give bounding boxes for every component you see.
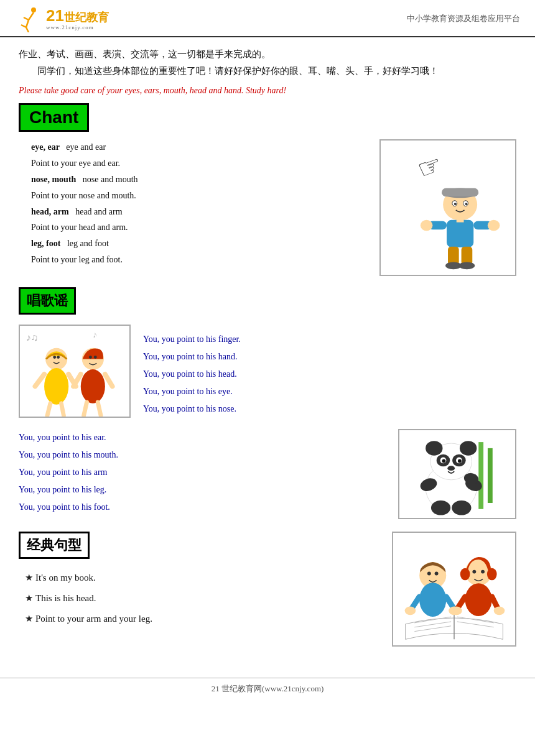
svg-point-0 xyxy=(31,7,36,12)
svg-point-36 xyxy=(89,356,92,359)
logo-main-text: 21世纪教育 xyxy=(46,7,109,25)
svg-line-39 xyxy=(61,403,63,416)
chant-label: Chant xyxy=(19,103,89,132)
chant-boy-image: ☞ xyxy=(379,139,516,276)
chant-line-2: Point to your eye and ear. xyxy=(31,155,367,172)
classic-line-2: ★ This is his head. xyxy=(25,588,379,609)
classic-line-3: ★ Point to your arm and your leg. xyxy=(25,609,379,629)
singing2-line-3: You, you point to his arm xyxy=(19,464,386,481)
intro-line1: 作业、考试、画画、表演、交流等，这一切都是手来完成的。 xyxy=(19,49,271,59)
svg-point-46 xyxy=(426,441,442,455)
panda-illustration xyxy=(399,429,515,519)
chant-line-4: Point to your nose and mouth. xyxy=(31,188,367,204)
classic-line-1: ★ It's on my book. xyxy=(25,568,379,588)
singing-section-1: ♪♫ ♪ xyxy=(19,325,516,418)
svg-text:♪♫: ♪♫ xyxy=(26,332,39,343)
svg-point-79 xyxy=(451,606,462,615)
singing2-line-4: You, you point to his leg. xyxy=(19,481,386,499)
svg-rect-42 xyxy=(478,442,483,509)
svg-point-71 xyxy=(427,572,431,576)
svg-rect-14 xyxy=(447,220,473,247)
svg-point-76 xyxy=(465,583,492,616)
svg-point-66 xyxy=(419,583,446,617)
logo-icon xyxy=(15,5,42,32)
chant-line-8: Point to your leg and foot. xyxy=(31,252,367,268)
svg-point-17 xyxy=(421,220,433,231)
singing-line-3: You, you point to his head. xyxy=(143,366,516,383)
singing-section-2: You, you point to his ear. You, you poin… xyxy=(19,429,516,519)
svg-line-1 xyxy=(29,12,34,20)
singing-kids-image: ♪♫ ♪ xyxy=(19,325,131,418)
svg-line-28 xyxy=(35,374,44,387)
svg-point-80 xyxy=(494,606,505,615)
chant-line-3: nose, mouth nose and mouth xyxy=(31,172,367,188)
classic-label-box: 经典句型 xyxy=(19,532,379,568)
svg-rect-43 xyxy=(488,448,493,503)
svg-point-22 xyxy=(459,262,475,269)
page-header: 21世纪教育 www.21cnjy.com 中小学教育资源及组卷应用平台 xyxy=(0,0,535,37)
svg-point-12 xyxy=(454,203,457,205)
logo-url: www.21cnjy.com xyxy=(46,24,94,30)
svg-rect-23 xyxy=(457,218,464,223)
main-content: 作业、考试、画画、表演、交流等，这一切都是手来完成的。 同学们，知道这些身体部位… xyxy=(0,37,535,671)
svg-line-3 xyxy=(26,20,29,27)
star-icon-3: ★ xyxy=(25,609,33,629)
svg-line-5 xyxy=(26,27,29,32)
singing2-line-2: You, you point to his mouth. xyxy=(19,446,386,464)
classic-left: 经典句型 ★ It's on my book. ★ This is his he… xyxy=(19,532,379,629)
classic-text-3: Point to your arm and your leg. xyxy=(35,609,152,629)
chant-line-1: eye, ear eye and ear xyxy=(31,139,367,155)
svg-point-72 xyxy=(435,572,439,576)
chant-label-box: Chant xyxy=(19,103,516,139)
logo-area: 21世纪教育 www.21cnjy.com xyxy=(15,5,109,32)
svg-line-40 xyxy=(84,402,87,416)
classic-section: 经典句型 ★ It's on my book. ★ This is his he… xyxy=(19,532,516,647)
chant-section: eye, ear eye and ear Point to your eye a… xyxy=(19,139,516,276)
chant-line-6: Point to your head and arm. xyxy=(31,219,367,236)
chant-lyrics: eye, ear eye and ear Point to your eye a… xyxy=(19,139,367,276)
singing-lines-2: You, you point to his ear. You, you poin… xyxy=(19,429,386,516)
singing2-line-5: You, you point to his foot. xyxy=(19,499,386,516)
singing-line-4: You, you point to his eye. xyxy=(143,383,516,400)
svg-point-59 xyxy=(452,500,471,515)
svg-point-31 xyxy=(57,356,60,359)
reading-illustration xyxy=(393,532,515,647)
singing-line-1: You, you point to his finger. xyxy=(143,331,516,348)
svg-text:♪: ♪ xyxy=(93,330,97,339)
classic-lines: ★ It's on my book. ★ This is his head. ★… xyxy=(19,568,379,629)
svg-point-58 xyxy=(431,500,450,515)
svg-point-54 xyxy=(447,466,455,471)
svg-line-35 xyxy=(105,374,113,387)
svg-line-2 xyxy=(24,17,29,20)
site-title: 中小学教育资源及组卷应用平台 xyxy=(407,13,520,24)
chant-illustration: ☞ xyxy=(381,139,515,276)
svg-point-74 xyxy=(460,568,470,581)
svg-point-30 xyxy=(53,356,56,359)
svg-point-37 xyxy=(94,356,97,359)
svg-point-33 xyxy=(81,369,105,403)
classic-text-2: This is his head. xyxy=(35,588,96,609)
logo-text-block: 21世纪教育 www.21cnjy.com xyxy=(46,7,109,31)
svg-point-13 xyxy=(465,203,467,205)
chant-cn-label-box: 唱歌谣 xyxy=(19,287,516,325)
classic-label: 经典句型 xyxy=(19,532,90,559)
singing-line-2: You, you point to his hand. xyxy=(143,348,516,366)
singing-lines-1: You, you point to his finger. You, you p… xyxy=(143,325,516,418)
svg-line-34 xyxy=(73,374,81,387)
svg-text:☞: ☞ xyxy=(414,149,447,185)
svg-point-81 xyxy=(472,570,476,574)
footer-text: 21 世纪教育网(www.21cnjy.com) xyxy=(212,684,324,693)
classic-text-1: It's on my book. xyxy=(35,568,96,588)
svg-point-27 xyxy=(44,368,68,405)
svg-point-18 xyxy=(488,220,500,231)
singing-line-5: You, you point to his nose. xyxy=(143,400,516,418)
star-icon-2: ★ xyxy=(25,588,33,609)
svg-line-4 xyxy=(21,25,26,27)
singing-illustration: ♪♫ ♪ xyxy=(20,325,129,418)
page-footer: 21 世纪教育网(www.21cnjy.com) xyxy=(0,678,535,698)
intro-block: 作业、考试、画画、表演、交流等，这一切都是手来完成的。 同学们，知道这些身体部位… xyxy=(19,46,516,80)
svg-point-75 xyxy=(487,568,497,581)
svg-point-82 xyxy=(481,570,485,574)
svg-line-38 xyxy=(47,403,50,416)
svg-point-53 xyxy=(458,459,462,463)
